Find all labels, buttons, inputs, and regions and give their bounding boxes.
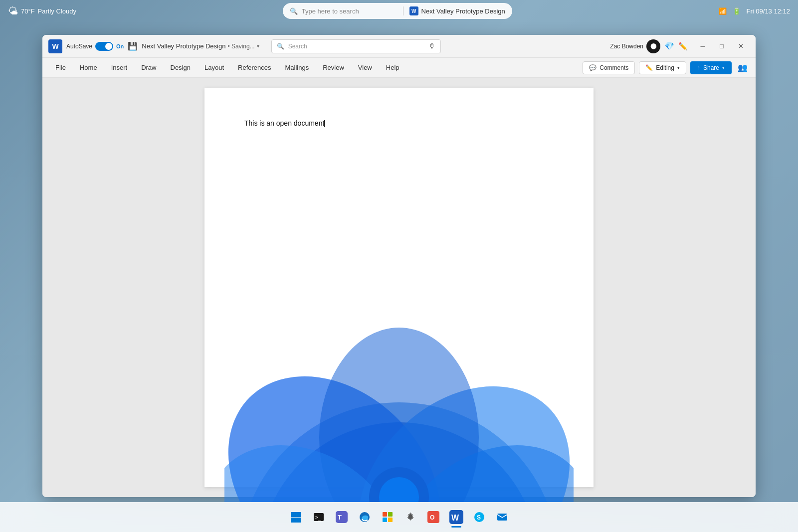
taskbar-icon-settings[interactable] <box>399 506 421 528</box>
save-icon[interactable]: 💾 <box>128 41 138 51</box>
share-dropdown-icon: ▾ <box>722 65 725 70</box>
topbar-search-bar[interactable]: 🔍 Type here to search W Next Valley Prot… <box>283 3 512 19</box>
wifi-icon: 📶 <box>719 7 727 15</box>
taskbar-icon-mail[interactable] <box>491 506 513 528</box>
tab-layout[interactable]: Layout <box>198 60 231 75</box>
comments-button[interactable]: 💬 Comments <box>583 61 635 74</box>
window-controls: ─ □ ✕ <box>694 39 750 53</box>
svg-rect-20 <box>383 518 387 522</box>
weather-temperature: 70°F <box>21 7 35 15</box>
user-avatar: ⬤ <box>646 39 660 53</box>
svg-rect-9 <box>291 512 296 517</box>
svg-text:>_: >_ <box>315 515 322 521</box>
ribbon-tabs: File Home Insert Draw Design Layout Refe… <box>48 60 583 75</box>
editing-dropdown-icon: ▾ <box>677 65 680 70</box>
comment-icon: 💬 <box>589 64 597 71</box>
topbar-search-app: W Next Valley Prototype Design <box>409 6 505 15</box>
tab-mailings[interactable]: Mailings <box>278 60 316 75</box>
word-logo: W <box>48 39 62 53</box>
editing-label: Editing <box>656 64 674 71</box>
document-area[interactable]: This is an open document <box>42 78 756 497</box>
svg-rect-21 <box>388 518 393 522</box>
taskbar-icon-store[interactable] <box>377 506 399 528</box>
autosave-toggle[interactable] <box>95 42 113 51</box>
svg-text:T: T <box>338 514 342 521</box>
minimize-button[interactable]: ─ <box>694 39 712 53</box>
document-content[interactable]: This is an open document <box>244 118 554 129</box>
desktop: 🌤 70°F Partly Cloudy 🔍 Type here to sear… <box>0 0 798 532</box>
svg-text:W: W <box>451 514 459 522</box>
comments-label: Comments <box>599 64 628 71</box>
close-button[interactable]: ✕ <box>732 39 750 53</box>
diamond-icon[interactable]: 💎 <box>664 41 674 51</box>
weather-condition: Partly Cloudy <box>38 7 76 15</box>
document-page[interactable]: This is an open document <box>204 88 594 487</box>
pen-icon[interactable]: ✏️ <box>678 42 688 51</box>
taskbar-icon-skype[interactable]: S <box>468 506 490 528</box>
taskbar-icon-office[interactable]: O <box>422 506 444 528</box>
word-ribbon: File Home Insert Draw Design Layout Refe… <box>42 58 756 78</box>
weather-widget[interactable]: 🌤 70°F Partly Cloudy <box>8 5 76 17</box>
word-title-bar: W AutoSave On 💾 Next Valley Prototype De… <box>42 35 756 58</box>
word-search-placeholder: Search <box>288 43 425 50</box>
battery-icon: 🔋 <box>733 7 741 15</box>
user-name: Zac Bowden <box>610 43 643 50</box>
word-window: W AutoSave On 💾 Next Valley Prototype De… <box>42 35 756 497</box>
word-search-icon: 🔍 <box>277 43 284 50</box>
title-bar-right: Zac Bowden ⬤ 💎 ✏️ ─ □ ✕ <box>610 39 750 53</box>
document-text: This is an open document <box>244 119 324 127</box>
topbar-app-name: Next Valley Prototype Design <box>421 7 505 15</box>
tab-insert[interactable]: Insert <box>104 60 135 75</box>
activity-icon: 👥 <box>738 63 748 72</box>
search-divider <box>403 6 403 15</box>
taskbar-icon-edge[interactable] <box>354 506 376 528</box>
saving-status: • Saving... <box>227 43 254 50</box>
taskbar-icon-terminal[interactable]: >_ <box>308 506 330 528</box>
avatar-initials: ⬤ <box>650 43 656 49</box>
tab-draw[interactable]: Draw <box>134 60 163 75</box>
tab-review[interactable]: Review <box>316 60 351 75</box>
svg-rect-19 <box>388 512 393 517</box>
autosave-state: On <box>116 43 124 49</box>
svg-rect-11 <box>291 518 296 523</box>
tab-help[interactable]: Help <box>379 60 406 75</box>
share-button[interactable]: ↑ Share ▾ <box>690 61 732 74</box>
datetime-display: Fri 09/13 12:12 <box>747 7 790 15</box>
tab-design[interactable]: Design <box>164 60 198 75</box>
taskbar-icon-word[interactable]: W <box>445 506 467 528</box>
ribbon-right: 💬 Comments ✏️ Editing ▾ ↑ Share ▾ 👥 <box>583 61 750 75</box>
editing-pencil-icon: ✏️ <box>645 64 653 71</box>
topbar-right: 📶 🔋 Fri 09/13 12:12 <box>719 7 790 15</box>
tab-references[interactable]: References <box>231 60 278 75</box>
svg-rect-12 <box>296 518 301 523</box>
text-cursor <box>324 120 325 127</box>
svg-rect-29 <box>497 514 507 521</box>
microphone-icon[interactable]: 🎙 <box>429 42 435 50</box>
dropdown-arrow[interactable]: ▾ <box>257 43 259 49</box>
topbar: 🌤 70°F Partly Cloudy 🔍 Type here to sear… <box>0 0 798 22</box>
svg-rect-18 <box>383 512 387 517</box>
share-icon: ↑ <box>697 64 700 71</box>
document-title: Next Valley Prototype Design <box>142 42 225 50</box>
taskbar-icon-teams[interactable]: T <box>331 506 353 528</box>
document-title-section: Next Valley Prototype Design • Saving...… <box>142 42 259 50</box>
tab-home[interactable]: Home <box>73 60 104 75</box>
word-search-bar[interactable]: 🔍 Search 🎙 <box>271 39 441 53</box>
tab-file[interactable]: File <box>48 60 73 75</box>
svg-text:S: S <box>477 514 481 521</box>
weather-icon: 🌤 <box>8 5 18 17</box>
autosave-section[interactable]: AutoSave On <box>66 42 124 51</box>
word-logo-small: W <box>409 6 418 15</box>
taskbar-icon-windows[interactable] <box>285 506 307 528</box>
taskbar: >_ T <box>0 502 798 532</box>
tab-view[interactable]: View <box>351 60 379 75</box>
share-label: Share <box>703 64 719 71</box>
maximize-button[interactable]: □ <box>713 39 731 53</box>
editing-button[interactable]: ✏️ Editing ▾ <box>639 61 686 74</box>
activity-button[interactable]: 👥 <box>736 61 750 75</box>
svg-rect-10 <box>296 512 301 517</box>
topbar-search-placeholder: Type here to search <box>302 7 397 15</box>
svg-text:O: O <box>430 514 434 521</box>
user-section[interactable]: Zac Bowden ⬤ <box>610 39 660 53</box>
search-icon: 🔍 <box>290 7 298 15</box>
